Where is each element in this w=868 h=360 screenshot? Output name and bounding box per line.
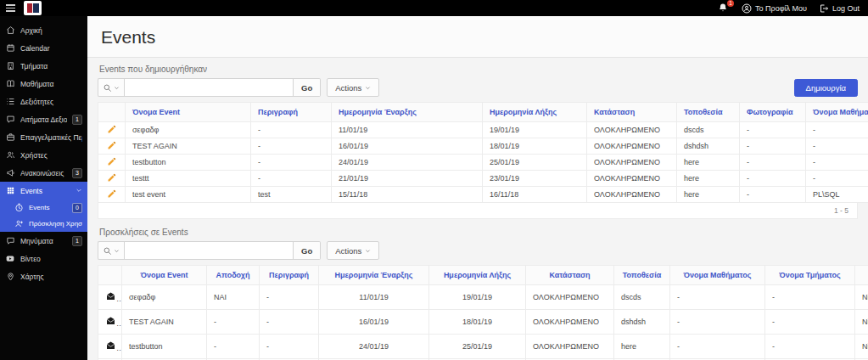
sidebar-item-αιτήματα-δεξιοτήτων[interactable]: Αιτήματα Δεξιοτήτων 1 xyxy=(0,110,87,128)
column-header-2[interactable]: Ημερομηνία Έναρξης xyxy=(332,103,483,122)
region2-toolbar: Go Actions xyxy=(98,241,858,260)
sidebar-item-events[interactable]: Events 0 xyxy=(0,200,87,216)
building-icon xyxy=(5,61,15,70)
go-button[interactable]: Go xyxy=(294,241,321,260)
column-header-2[interactable]: Περιγραφή xyxy=(260,266,319,285)
cell: - xyxy=(765,310,855,335)
column-header-6[interactable]: Τοποθεσία xyxy=(614,266,670,285)
cell: TEST AGAIN xyxy=(122,310,207,335)
column-header-1[interactable]: Αποδοχή xyxy=(207,266,260,285)
actions-button[interactable]: Actions xyxy=(327,78,379,97)
caret-down-icon xyxy=(365,248,371,254)
cell: dscds xyxy=(677,122,740,138)
cell: - xyxy=(740,187,806,203)
cell: - xyxy=(251,155,332,171)
row-action-cell[interactable] xyxy=(98,285,122,310)
cell: σεφαδφ xyxy=(122,285,207,310)
cell: 18/01/19 xyxy=(483,138,587,155)
sidebar-item-χάρτης[interactable]: Χάρτης xyxy=(0,267,87,285)
column-header-9[interactable]: User created xyxy=(855,266,868,285)
cell: σεφαδφ xyxy=(126,122,251,138)
column-header-0[interactable]: Όνομα Event xyxy=(126,103,251,122)
person-icon xyxy=(742,3,752,14)
profile-button[interactable]: Το Προφίλ Μου xyxy=(742,3,807,14)
cell: - xyxy=(670,310,765,335)
sidebar-item-τμήματα[interactable]: Τμήματα xyxy=(0,57,87,75)
sidebar-item-χρήστες[interactable]: Χρήστες xyxy=(0,146,87,164)
column-header-0[interactable]: Όνομα Event xyxy=(122,266,207,285)
sidebar-item-βίντεο[interactable]: Βίντεο xyxy=(0,250,87,267)
video-icon xyxy=(5,254,15,263)
column-header-5[interactable]: Κατάσταση xyxy=(526,266,614,285)
cell: 19/01/19 xyxy=(483,122,587,138)
cell: - xyxy=(207,310,260,335)
cell: 11/01/19 xyxy=(319,285,429,310)
row-action-cell[interactable] xyxy=(98,122,126,138)
sidebar-item-πρόσκληση-χρηστών[interactable]: Πρόσκληση Χρηστών xyxy=(0,216,87,232)
go-button[interactable]: Go xyxy=(294,78,321,97)
cell: - xyxy=(251,122,332,138)
search-column-selector[interactable] xyxy=(98,241,124,260)
row-action-cell[interactable] xyxy=(98,187,126,203)
page-title: Events xyxy=(101,27,854,48)
table-row: σεφαδφΝΑΙ-11/01/1919/01/19ΟΛΟΚΛΗΡΩΜΕΝΟds… xyxy=(98,285,868,310)
cell: ΟΛΟΚΛΗΡΩΜΕΝΟ xyxy=(526,285,614,310)
menu-hamburger-icon[interactable] xyxy=(0,0,22,16)
cell: dscds xyxy=(614,285,670,310)
cell: ΟΛΟΚΛΗΡΩΜΕΝΟ xyxy=(587,122,677,138)
column-header-7[interactable]: Όνομα Μαθήματος xyxy=(806,103,868,122)
column-header-8[interactable]: Όνομα Τμήματος xyxy=(765,266,855,285)
actions-button[interactable]: Actions xyxy=(327,241,379,260)
row-action-cell[interactable] xyxy=(98,155,126,171)
cell: - xyxy=(260,285,319,310)
cell: here xyxy=(614,335,670,359)
sidebar-item-ανακοινώσεις[interactable]: Ανακοινώσεις 3 xyxy=(0,164,87,182)
notifications-button[interactable]: 1 xyxy=(718,3,730,14)
column-header-4[interactable]: Ημερομηνία Λήξης xyxy=(429,266,526,285)
row-action-cell[interactable] xyxy=(98,310,122,335)
search-column-selector[interactable] xyxy=(98,78,124,97)
column-header-1[interactable]: Περιγραφή xyxy=(251,103,332,122)
sidebar: Αρχική Calendar Τμήματα Μαθήματα Δεξιότη… xyxy=(0,16,87,360)
page-title-band: Events xyxy=(87,16,868,58)
profile-label: Το Προφίλ Μου xyxy=(755,4,807,13)
create-button[interactable]: Δημιουργία xyxy=(794,79,858,97)
sidebar-item-μαθήματα[interactable]: Μαθήματα xyxy=(0,75,87,93)
row-action-cell[interactable] xyxy=(98,171,126,187)
sidebar-active-group: Events Events 0 Πρόσκληση Χρηστών xyxy=(0,182,87,232)
cell: here xyxy=(677,187,740,203)
row-action-cell[interactable] xyxy=(98,138,126,155)
search-input[interactable] xyxy=(124,78,294,97)
cell: PL\SQL xyxy=(806,187,868,203)
sidebar-item-δεξιότητες[interactable]: Δεξιότητες xyxy=(0,93,87,110)
notification-badge: 1 xyxy=(727,0,734,7)
cell: - xyxy=(260,310,319,335)
sidebar-item-αρχική[interactable]: Αρχική xyxy=(0,21,87,39)
column-header-7[interactable]: Όνομα Μαθήματος xyxy=(670,266,765,285)
table-row: TEST AGAIN--16/01/1918/01/19ΟΛΟΚΛΗΡΩΜΕΝΟ… xyxy=(98,310,868,335)
sidebar-item-calendar[interactable]: Calendar xyxy=(0,39,87,57)
search-input[interactable] xyxy=(124,241,294,260)
table-row: testtt-21/01/1923/01/19ΟΛΟΚΛΗΡΩΜΕΝΟhere-… xyxy=(98,171,868,187)
sidebar-item-events[interactable]: Events xyxy=(0,182,87,200)
cell: 23/01/19 xyxy=(483,171,587,187)
logout-label: Log Out xyxy=(832,4,860,13)
logout-button[interactable]: Log Out xyxy=(819,3,860,14)
cell: 19/01/19 xyxy=(429,285,526,310)
cell: - xyxy=(740,138,806,155)
pagination: 1 - 5 xyxy=(98,203,858,219)
cell: testtt xyxy=(126,171,251,187)
column-header-5[interactable]: Τοποθεσία xyxy=(677,103,740,122)
column-header-6[interactable]: Φωτογραφία xyxy=(740,103,806,122)
row-action-cell[interactable] xyxy=(98,335,122,359)
cell: 21/01/19 xyxy=(332,171,483,187)
cell: 15/11/18 xyxy=(332,187,483,203)
search-icon xyxy=(103,246,112,256)
column-header-4[interactable]: Κατάσταση xyxy=(587,103,677,122)
column-header-3[interactable]: Ημερομηνία Λήξης xyxy=(483,103,587,122)
sidebar-item-μηνύματα[interactable]: Μηνύματα 1 xyxy=(0,232,87,250)
column-header-3[interactable]: Ημερομηνία Έναρξης xyxy=(319,266,429,285)
home-icon xyxy=(5,25,15,35)
sidebar-item-επαγγελματικές-περιοχές[interactable]: Επαγγελματικές Περιοχές xyxy=(0,128,87,146)
cell: - xyxy=(806,122,868,138)
